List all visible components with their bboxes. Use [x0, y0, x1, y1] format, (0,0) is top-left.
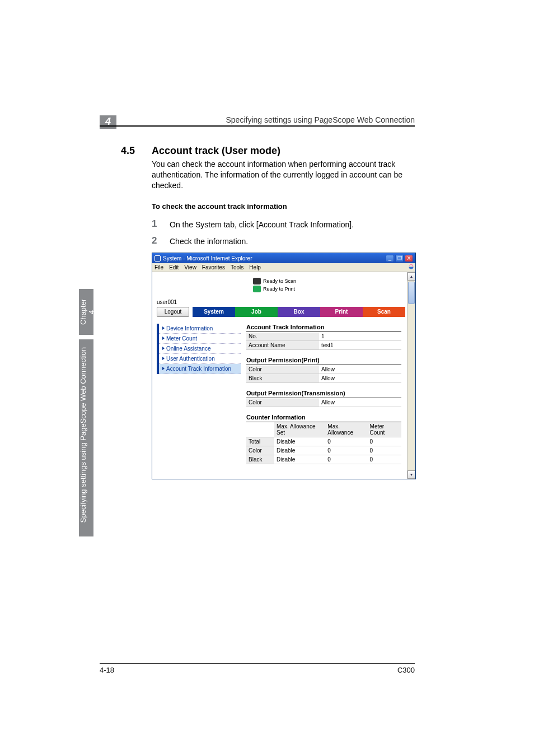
scanner-icon: [253, 278, 261, 284]
header-rule: [100, 125, 415, 127]
op-print-color-value: Allow: [319, 365, 401, 374]
counter-information-title: Counter Information: [246, 414, 401, 422]
side-tab-chapter: Chapter 4: [79, 289, 93, 335]
account-name-label: Account Name: [246, 341, 319, 349]
maximize-button[interactable]: ❐: [395, 255, 404, 262]
step-1-number: 1: [152, 218, 157, 230]
sidebar-item-account-track-information[interactable]: Account Track Information: [159, 364, 241, 374]
section-title: Account track (User mode): [152, 145, 280, 157]
scroll-up-arrow[interactable]: ▴: [407, 272, 415, 281]
sidebar: Device Information Meter Count Online As…: [157, 324, 241, 374]
step-2-text: Check the information.: [170, 237, 248, 246]
sidebar-item-meter-count[interactable]: Meter Count: [159, 334, 241, 344]
counter-header-blank: [246, 422, 274, 437]
no-value: 1: [319, 332, 401, 340]
sidebar-item-label: Meter Count: [166, 335, 197, 342]
menu-favorites[interactable]: Favorites: [202, 264, 225, 270]
side-tab-chapter-label: Chapter 4: [79, 289, 93, 335]
tab-job[interactable]: Job: [235, 307, 278, 317]
footer-model: C300: [397, 666, 415, 674]
tab-system[interactable]: System: [193, 307, 235, 317]
status-scan: Ready to Scan: [263, 278, 296, 284]
main-panel: Account Track Information No.1 Account N…: [246, 324, 401, 464]
scroll-down-arrow[interactable]: ▾: [407, 470, 415, 479]
counter-row-total-allow: 0: [325, 437, 367, 446]
browser-menubar[interactable]: File Edit View Favorites Tools Help: [152, 263, 415, 272]
browser-content: Ready to Scan Ready to Print user001 Log…: [152, 272, 407, 479]
sidebar-item-label: Online Assistance: [166, 346, 211, 352]
step-1-text: On the System tab, click [Account Track …: [170, 220, 354, 229]
logout-button[interactable]: Logout: [157, 307, 189, 317]
table-row: Black Disable 0 0: [246, 455, 401, 464]
footer-rule: [100, 663, 415, 664]
window-titlebar[interactable]: System - Microsoft Internet Explorer _ ❐…: [152, 253, 415, 263]
op-print-black-label: Black: [246, 374, 319, 382]
account-name-value: test1: [319, 341, 401, 349]
side-tab-context-label: Specifying settings using PageScope Web …: [79, 339, 93, 530]
counter-row-total-meter: 0: [368, 437, 401, 446]
sidebar-item-label: Device Information: [166, 325, 213, 332]
sidebar-item-device-information[interactable]: Device Information: [159, 324, 241, 334]
counter-row-color-label: Color: [246, 446, 274, 455]
window-title: System - Microsoft Internet Explorer: [163, 255, 252, 262]
op-print-black-value: Allow: [319, 374, 401, 382]
counter-table: Max. Allowance Set Max. Allowance Meter …: [246, 422, 401, 464]
table-row: Total Disable 0 0: [246, 437, 401, 446]
sidebar-item-user-authentication[interactable]: User Authentication: [159, 354, 241, 364]
op-trans-color-value: Allow: [319, 398, 401, 407]
close-button[interactable]: X: [405, 255, 413, 262]
counter-row-total-set: Disable: [274, 437, 325, 446]
op-print-color-label: Color: [246, 365, 319, 374]
counter-header-meter: Meter Count: [368, 422, 401, 437]
ie-logo-icon: [407, 263, 415, 270]
counter-row-black-label: Black: [246, 455, 274, 464]
sidebar-item-online-assistance[interactable]: Online Assistance: [159, 344, 241, 354]
counter-row-black-allow: 0: [325, 455, 367, 464]
chapter-badge: 4: [100, 115, 116, 129]
vertical-scrollbar[interactable]: ▴ ▾: [407, 272, 415, 479]
counter-row-black-meter: 0: [368, 455, 401, 464]
sidebar-item-label: User Authentication: [166, 356, 215, 362]
section-paragraph: You can check the account information wh…: [152, 159, 415, 191]
menu-help[interactable]: Help: [249, 264, 261, 270]
header-context: Specifying settings using PageScope Web …: [226, 115, 415, 124]
printer-icon: [253, 286, 261, 292]
op-trans-color-label: Color: [246, 398, 319, 407]
sidebar-item-label: Account Track Information: [166, 366, 231, 372]
menu-edit[interactable]: Edit: [169, 264, 179, 270]
side-tab-context: Specifying settings using PageScope Web …: [79, 339, 93, 536]
counter-header-max-set: Max. Allowance Set: [274, 422, 325, 437]
tab-print[interactable]: Print: [320, 307, 363, 317]
section-subtitle: To check the account track information: [152, 202, 287, 211]
scroll-track[interactable]: [407, 281, 415, 470]
output-permission-transmission-title: Output Permission(Transmission): [246, 390, 401, 398]
logged-in-user: user001: [157, 299, 177, 305]
menu-view[interactable]: View: [184, 264, 196, 270]
minimize-button[interactable]: _: [386, 255, 394, 262]
tab-scan[interactable]: Scan: [363, 307, 405, 317]
status-print: Ready to Print: [263, 286, 295, 292]
tab-box[interactable]: Box: [278, 307, 320, 317]
counter-row-black-set: Disable: [274, 455, 325, 464]
counter-row-total-label: Total: [246, 437, 274, 446]
counter-header-max-allow: Max. Allowance: [325, 422, 367, 437]
output-permission-print-title: Output Permission(Print): [246, 357, 401, 365]
menu-file[interactable]: File: [154, 264, 163, 270]
panel-title: Account Track Information: [246, 324, 401, 332]
screenshot-window: System - Microsoft Internet Explorer _ ❐…: [152, 253, 416, 479]
section-number: 4.5: [121, 145, 135, 157]
ie-icon: [154, 255, 161, 262]
menu-tools[interactable]: Tools: [231, 264, 243, 270]
step-2-number: 2: [152, 235, 157, 246]
counter-row-color-meter: 0: [368, 446, 401, 455]
scroll-thumb[interactable]: [408, 282, 415, 304]
counter-row-color-set: Disable: [274, 446, 325, 455]
no-label: No.: [246, 332, 319, 340]
footer-page-number: 4-18: [100, 666, 114, 674]
table-row: Color Disable 0 0: [246, 446, 401, 455]
counter-row-color-allow: 0: [325, 446, 367, 455]
